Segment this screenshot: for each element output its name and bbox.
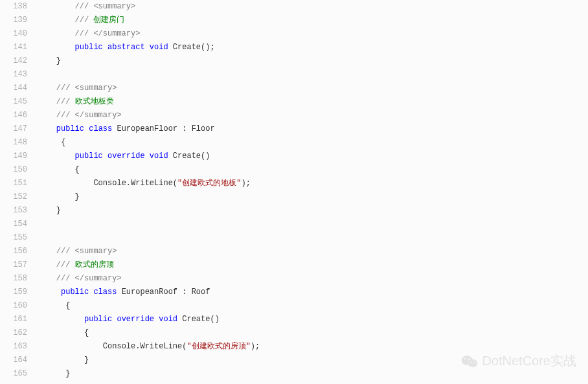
code-line: 160 { (0, 299, 588, 313)
code-content: { (32, 299, 70, 313)
code-line: 154 (0, 218, 588, 231)
code-content: public abstract void Create(); (32, 41, 215, 54)
code-line: 140 /// </summary> (0, 27, 588, 41)
line-number: 155 (0, 231, 32, 245)
token-plain: Create() (177, 315, 220, 324)
token-plain (145, 152, 150, 161)
line-number: 142 (0, 54, 32, 68)
line-number: 151 (0, 177, 32, 190)
code-line: 148 { (0, 136, 588, 150)
code-content: { (32, 163, 80, 177)
code-content: /// 欧式的房顶 (32, 258, 114, 272)
line-number: 157 (0, 258, 32, 272)
token-keyword: override (107, 152, 145, 161)
token-plain: EuropeanFloor : Floor (112, 124, 214, 133)
token-plain: Console.WriteLine( (93, 179, 177, 188)
token-doc: /// (75, 16, 94, 25)
code-line: 151 Console.WriteLine("创建欧式的地板"); (0, 177, 588, 190)
code-content: public class EuropeanFloor : Floor (32, 122, 215, 136)
code-line: 149 public override void Create() (0, 150, 588, 163)
code-content: /// <summary> (32, 245, 117, 258)
token-keyword: class (89, 124, 112, 133)
line-number: 139 (0, 14, 32, 27)
code-line: 161 public override void Create() (0, 313, 588, 326)
code-content: Console.WriteLine("创建欧式的地板"); (32, 177, 251, 190)
token-plain: } (75, 192, 80, 201)
code-line: 141 public abstract void Create(); (0, 41, 588, 54)
token-keyword: public (61, 288, 89, 297)
line-number: 153 (0, 204, 32, 218)
token-plain (145, 43, 150, 52)
token-plain (103, 152, 107, 161)
token-plain: { (61, 138, 65, 147)
line-number: 164 (0, 354, 32, 367)
token-comment: 创建房门 (93, 16, 124, 25)
code-line: 145 /// 欧式地板类 (0, 95, 588, 109)
line-number: 161 (0, 313, 32, 326)
line-number: 163 (0, 340, 32, 354)
code-content: public override void Create() (32, 150, 210, 163)
token-doc: /// (56, 97, 75, 106)
code-line: 146 /// </summary> (0, 109, 588, 122)
code-content: /// </summary> (32, 109, 122, 122)
code-content: { (32, 326, 89, 340)
line-number: 148 (0, 136, 32, 150)
token-keyword: void (150, 43, 168, 52)
line-number: 159 (0, 286, 32, 299)
code-line: 162 { (0, 326, 588, 340)
token-plain: ); (251, 342, 260, 351)
code-content: { (32, 136, 65, 150)
token-plain: } (56, 56, 61, 65)
code-line: 164 } (0, 354, 588, 367)
code-content: /// </summary> (32, 272, 122, 286)
code-content: } (32, 354, 89, 367)
code-line: 147 public class EuropeanFloor : Floor (0, 122, 588, 136)
token-string: "创建欧式的房顶" (187, 342, 250, 351)
token-keyword: class (93, 288, 117, 297)
token-doc: /// <summary> (56, 84, 117, 93)
token-plain: } (56, 206, 61, 215)
code-line: 138 /// <summary> (0, 0, 588, 14)
token-plain: } (65, 369, 70, 378)
token-plain: ); (241, 179, 250, 188)
code-line: 157 /// 欧式的房顶 (0, 258, 588, 272)
code-content: } (32, 190, 80, 204)
code-line: 143 (0, 68, 588, 82)
code-content: /// 创建房门 (32, 14, 124, 27)
line-number: 144 (0, 82, 32, 95)
line-number: 145 (0, 95, 32, 109)
code-content: /// <summary> (32, 82, 117, 95)
code-content: public override void Create() (32, 313, 220, 326)
token-string: "创建欧式的地板" (177, 179, 241, 188)
line-number: 158 (0, 272, 32, 286)
code-content: } (32, 204, 61, 218)
token-plain: { (65, 301, 70, 310)
code-line: 152 } (0, 190, 588, 204)
code-line: 163 Console.WriteLine("创建欧式的房顶"); (0, 340, 588, 354)
code-line: 159 public class EuropeanRoof : Roof (0, 286, 588, 299)
line-number: 156 (0, 245, 32, 258)
token-keyword: public (75, 43, 103, 52)
line-number: 150 (0, 163, 32, 177)
code-content: } (32, 54, 61, 68)
token-plain (103, 43, 107, 52)
token-keyword: abstract (107, 43, 145, 52)
token-keyword: override (117, 315, 154, 324)
line-number: 152 (0, 190, 32, 204)
line-number: 149 (0, 150, 32, 163)
token-plain: { (84, 328, 89, 337)
code-content: /// </summary> (32, 27, 140, 41)
code-line: 144 /// <summary> (0, 82, 588, 95)
code-viewer: 138 /// <summary>139 /// 创建房门140 /// </s… (0, 0, 588, 384)
token-plain: Console.WriteLine( (103, 342, 187, 351)
token-comment: 欧式地板类 (75, 97, 114, 106)
token-doc: /// <summary> (56, 247, 117, 256)
line-number: 143 (0, 68, 32, 82)
token-doc: /// </summary> (75, 29, 141, 38)
line-number: 162 (0, 326, 32, 340)
token-keyword: void (159, 315, 177, 324)
token-plain: Create() (168, 152, 210, 161)
token-plain: } (84, 356, 89, 365)
token-plain: { (75, 165, 80, 174)
code-content: /// <summary> (32, 0, 135, 14)
